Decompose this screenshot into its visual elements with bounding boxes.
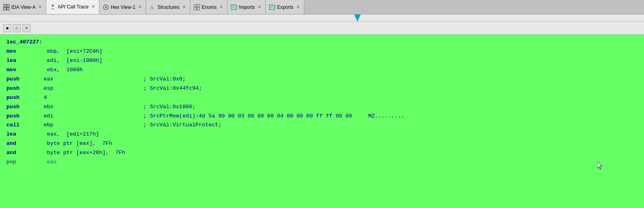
svg-text:A: A [150, 5, 154, 10]
tab-enums-label: Enums [202, 4, 217, 10]
operand-7: edi [31, 112, 143, 121]
scroll-arrow [354, 14, 361, 22]
tab-exports-label: Exports [277, 4, 293, 10]
code-view: loc_407227: mov ebp, [esi+72C0h] lea edi… [0, 35, 644, 208]
instr-11: and [6, 148, 31, 158]
tab-bar: IDA View-A ✕ API Call Trace ✕ Hex View-1… [0, 0, 644, 14]
tab-structures[interactable]: A Structures ✕ [146, 0, 190, 14]
imports-icon: XLS [231, 4, 237, 10]
svg-rect-11 [197, 8, 200, 10]
operand-3: eax [31, 75, 143, 84]
tab-api-call-trace-label: API Call Trace [58, 4, 89, 10]
code-line-7: push edi ; SrcPtrMem(edi):4d 5a 90 00 03… [6, 112, 638, 121]
tab-ida-view-a[interactable]: IDA View-A ✕ [0, 0, 46, 14]
instr-2: mov [6, 66, 31, 75]
tab-imports[interactable]: XLS Imports ✕ [227, 0, 266, 14]
arrow-container [0, 14, 644, 22]
toolbar-btn-3[interactable]: ≡ [23, 24, 31, 32]
svg-rect-2 [4, 8, 6, 10]
code-line-10: and byte ptr [eax], 7Fh [6, 139, 638, 148]
hex-view-icon [103, 4, 109, 10]
comment-3: ; SrcVal:0x0; [143, 75, 186, 84]
code-line-2: mov ebx, 1000h [6, 66, 638, 75]
exports-icon: XLS [269, 4, 275, 10]
enums-icon [194, 4, 200, 10]
operand-0: ebp, [esi+72C0h] [31, 47, 143, 56]
svg-text:XLS: XLS [232, 6, 236, 9]
operand-9: eax, [edi+217h] [31, 130, 143, 139]
tab-enums-close[interactable]: ✕ [218, 4, 224, 10]
operand-8: ebp [31, 121, 143, 130]
svg-rect-9 [197, 4, 200, 7]
tab-imports-close[interactable]: ✕ [256, 4, 262, 10]
operand-4: esp [31, 84, 143, 93]
svg-point-4 [52, 4, 54, 7]
operand-6: ebx [31, 103, 143, 112]
svg-text:XLS: XLS [270, 6, 275, 9]
instr-1: lea [6, 56, 31, 66]
code-line-8: call ebp ; SrcVal:VirtualProtect; [6, 121, 638, 130]
api-call-trace-icon [50, 4, 56, 10]
toolbar-btn-2[interactable]: □ [13, 24, 21, 32]
tab-exports[interactable]: XLS Exports ✕ [266, 0, 304, 14]
operand-2: ebx, 1000h [31, 66, 143, 75]
tab-ida-view-a-close[interactable]: ✕ [37, 4, 43, 10]
svg-rect-8 [194, 4, 196, 7]
tab-imports-label: Imports [239, 4, 255, 10]
operand-1: edi, [esi-1000h] [31, 56, 143, 66]
comment-4: ; SrcVal:0x44fc94; [143, 84, 202, 93]
toolbar-btn-1[interactable]: ■ [3, 24, 11, 32]
code-line-4: push esp ; SrcVal:0x44fc94; [6, 84, 638, 93]
view-toolbar: ■ □ ≡ [0, 22, 644, 35]
svg-rect-1 [7, 4, 9, 7]
tab-api-call-trace[interactable]: API Call Trace ✕ [46, 0, 99, 14]
svg-rect-10 [194, 8, 196, 10]
operand-10: byte ptr [eax], 7Fh [31, 139, 143, 148]
instr-10: and [6, 139, 31, 148]
tab-api-call-trace-close[interactable]: ✕ [90, 4, 96, 10]
svg-rect-0 [4, 4, 6, 7]
ida-view-icon [3, 4, 10, 10]
svg-marker-18 [597, 162, 602, 169]
operand-11: byte ptr [eax+28h], 7Fh [31, 148, 143, 158]
code-line-9: lea eax, [edi+217h] [6, 130, 638, 139]
instr-5: push [6, 93, 31, 103]
instr-0: mov [6, 47, 31, 56]
code-line-5: push 4 [6, 93, 638, 103]
operand-5: 4 [31, 93, 143, 103]
instr-12: pop [6, 158, 31, 167]
mouse-cursor [597, 162, 604, 170]
instr-3: push [6, 75, 31, 84]
instr-8: call [6, 121, 31, 130]
instr-9: lea [6, 130, 31, 139]
svg-rect-3 [7, 8, 9, 10]
comment-7: ; SrcPtrMem(edi):4d 5a 90 00 03 00 00 00… [143, 112, 404, 121]
tab-hex-view-1-close[interactable]: ✕ [137, 4, 142, 10]
code-line-0: mov ebp, [esi+72C0h] [6, 47, 638, 56]
tab-structures-close[interactable]: ✕ [181, 4, 187, 10]
operand-12: eax [31, 158, 143, 167]
code-line-12: pop eax [6, 158, 638, 167]
svg-point-6 [105, 6, 107, 8]
structures-icon: A [149, 4, 156, 10]
instr-7: push [6, 112, 31, 121]
tab-structures-label: Structures [157, 4, 180, 10]
tab-ida-view-a-label: IDA View-A [11, 4, 35, 10]
code-line-3: push eax ; SrcVal:0x0; [6, 75, 638, 84]
code-line-11: and byte ptr [eax+28h], 7Fh [6, 148, 638, 158]
tab-hex-view-1[interactable]: Hex View-1 ✕ [99, 0, 146, 14]
comment-6: ; SrcVal:0x1000; [143, 103, 196, 112]
code-line-6: push ebx ; SrcVal:0x1000; [6, 103, 638, 112]
comment-8: ; SrcVal:VirtualProtect; [143, 121, 221, 130]
tab-enums[interactable]: Enums ✕ [190, 0, 227, 14]
instr-6: push [6, 103, 31, 112]
instr-4: push [6, 84, 31, 93]
code-label: loc_407227: [6, 38, 638, 47]
tab-exports-close[interactable]: ✕ [295, 4, 301, 10]
tab-hex-view-1-label: Hex View-1 [111, 4, 135, 10]
code-line-1: lea edi, [esi-1000h] [6, 56, 638, 66]
